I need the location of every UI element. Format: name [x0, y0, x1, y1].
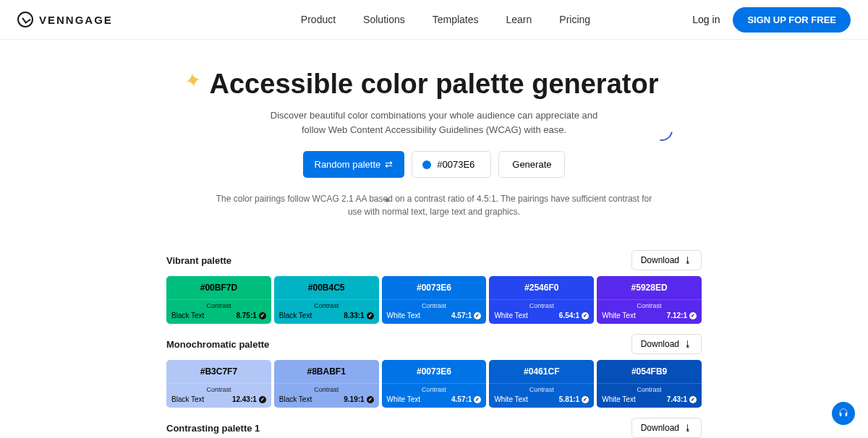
color-swatch[interactable]: #8BABF1ContrastBlack Text9.19:1✓ — [274, 360, 379, 408]
check-icon: ✓ — [689, 396, 697, 403]
contrast-label: Contrast — [489, 299, 594, 309]
nav-product[interactable]: Product — [301, 14, 336, 25]
contrast-ratio: 8.75:1✓ — [236, 312, 265, 319]
color-swatch[interactable]: #2546F0ContrastWhite Text6.54:1✓ — [489, 276, 594, 324]
contrast-ratio: 6.54:1✓ — [559, 312, 589, 319]
contrast-label: Contrast — [166, 299, 271, 309]
logo[interactable]: VENNGAGE — [17, 12, 113, 27]
swatch-info-row: White Text5.81:1✓ — [489, 393, 594, 408]
contrast-label: Contrast — [274, 383, 379, 393]
palette-section: Vibrant paletteDownload⭳#00BF7DContrastB… — [166, 250, 702, 324]
nav-pricing[interactable]: Pricing — [559, 14, 590, 25]
brand-name: VENNGAGE — [39, 14, 113, 26]
check-icon: ✓ — [474, 396, 481, 403]
help-button[interactable] — [832, 402, 855, 425]
color-swatch[interactable]: #054FB9ContrastWhite Text7.43:1✓ — [597, 360, 702, 408]
palette-header: Vibrant paletteDownload⭳ — [166, 250, 702, 270]
nav-solutions[interactable]: Solutions — [363, 14, 405, 25]
palette-section: Contrasting palette 1Download⭳#C44601Con… — [166, 418, 702, 438]
hero: ✦ Accessible color palette generator Dis… — [0, 40, 868, 226]
auth-area: Log in SIGN UP FOR FREE — [692, 7, 851, 33]
check-icon: ✓ — [367, 312, 374, 319]
signup-button[interactable]: SIGN UP FOR FREE — [733, 7, 851, 33]
cursor-icon: ⌖ — [385, 195, 390, 205]
download-icon: ⭳ — [684, 339, 692, 349]
palette-section: Monochromatic paletteDownload⭳#B3C7F7Con… — [166, 334, 702, 408]
contrast-ratio: 4.57:1✓ — [451, 395, 481, 403]
contrast-label: Contrast — [597, 383, 702, 393]
main-nav: Product Solutions Templates Learn Pricin… — [301, 14, 590, 25]
color-swatch[interactable]: #0073E6ContrastWhite Text4.57:1✓ — [382, 276, 487, 324]
text-type-label: White Text — [494, 312, 528, 319]
color-swatch[interactable]: #5928EDContrastWhite Text7.12:1✓ — [597, 276, 702, 324]
palette-title: Contrasting palette 1 — [166, 423, 260, 434]
contrast-label: Contrast — [597, 299, 702, 309]
login-link[interactable]: Log in — [692, 14, 720, 25]
text-type-label: Black Text — [279, 395, 312, 403]
nav-learn[interactable]: Learn — [506, 14, 532, 25]
text-type-label: Black Text — [171, 395, 204, 403]
text-type-label: Black Text — [279, 312, 312, 319]
text-type-label: White Text — [387, 395, 421, 403]
color-swatch[interactable]: #00BF7DContrastBlack Text8.75:1✓ — [166, 276, 271, 324]
check-icon: ✓ — [582, 396, 589, 403]
color-input-wrap[interactable] — [412, 151, 491, 178]
shuffle-icon: ⇄ — [385, 159, 393, 170]
color-preview-dot — [422, 160, 431, 169]
swatch-row-container: #00BF7DContrastBlack Text8.75:1✓#00B4C5C… — [166, 276, 702, 324]
headset-icon — [838, 408, 849, 419]
swatch-info-row: White Text4.57:1✓ — [382, 309, 487, 324]
download-button[interactable]: Download⭳ — [631, 334, 702, 354]
download-button[interactable]: Download⭳ — [631, 418, 702, 438]
color-swatch[interactable]: #0461CFContrastWhite Text5.81:1✓ — [489, 360, 594, 408]
swatch-hex: #0461CF — [489, 360, 594, 383]
swatch-hex: #054FB9 — [597, 360, 702, 383]
download-icon: ⭳ — [684, 423, 692, 433]
palette-title: Vibrant palette — [166, 255, 231, 266]
generate-button[interactable]: Generate — [498, 151, 565, 178]
swatch-info-row: Black Text12.43:1✓ — [166, 393, 271, 408]
random-palette-button[interactable]: Random palette ⇄ — [303, 151, 405, 178]
check-icon: ✓ — [474, 312, 481, 319]
page-title: Accessible color palette generator — [14, 69, 854, 100]
swatch-hex: #0073E6 — [382, 276, 487, 299]
palette-title: Monochromatic palette — [166, 339, 269, 350]
swatch-info-row: White Text6.54:1✓ — [489, 309, 594, 324]
swatch-info-row: Black Text9.19:1✓ — [274, 393, 379, 408]
color-swatch[interactable]: #B3C7F7ContrastBlack Text12.43:1✓ — [166, 360, 271, 408]
contrast-label: Contrast — [382, 383, 487, 393]
color-swatch[interactable]: #0073E6ContrastWhite Text4.57:1✓ — [382, 360, 487, 408]
controls: Random palette ⇄ Generate — [14, 151, 854, 178]
color-swatch[interactable]: #00B4C5ContrastBlack Text8.33:1✓ — [274, 276, 379, 324]
palettes-container: Vibrant paletteDownload⭳#00BF7DContrastB… — [166, 250, 702, 438]
swatch-info-row: White Text7.12:1✓ — [597, 309, 702, 324]
text-type-label: White Text — [602, 395, 636, 403]
nav-templates[interactable]: Templates — [433, 14, 479, 25]
contrast-ratio: 8.33:1✓ — [344, 312, 373, 319]
logo-icon — [17, 12, 33, 27]
contrast-label: Contrast — [382, 299, 487, 309]
check-icon: ✓ — [367, 396, 374, 403]
check-icon: ✓ — [259, 312, 266, 319]
contrast-ratio: 7.43:1✓ — [667, 395, 697, 403]
check-icon: ✓ — [582, 312, 589, 319]
download-button[interactable]: Download⭳ — [631, 250, 702, 270]
contrast-label: Contrast — [166, 383, 271, 393]
swatch-hex: #0073E6 — [382, 360, 487, 383]
text-type-label: Black Text — [171, 312, 204, 319]
swatch-hex: #B3C7F7 — [166, 360, 271, 383]
text-type-label: White Text — [387, 312, 421, 319]
download-icon: ⭳ — [684, 255, 692, 265]
contrast-ratio: 12.43:1✓ — [232, 395, 266, 403]
contrast-label: Contrast — [489, 383, 594, 393]
contrast-ratio: 7.12:1✓ — [667, 312, 697, 319]
color-input[interactable] — [437, 159, 480, 170]
swatch-hex: #2546F0 — [489, 276, 594, 299]
swatch-info-row: White Text7.43:1✓ — [597, 393, 702, 408]
swatch-hex: #8BABF1 — [274, 360, 379, 383]
contrast-ratio: 4.57:1✓ — [451, 312, 481, 319]
contrast-label: Contrast — [274, 299, 379, 309]
page-subtitle: Discover beautiful color combinations yo… — [14, 108, 854, 137]
palette-header: Monochromatic paletteDownload⭳ — [166, 334, 702, 354]
swatch-info-row: Black Text8.33:1✓ — [274, 309, 379, 324]
